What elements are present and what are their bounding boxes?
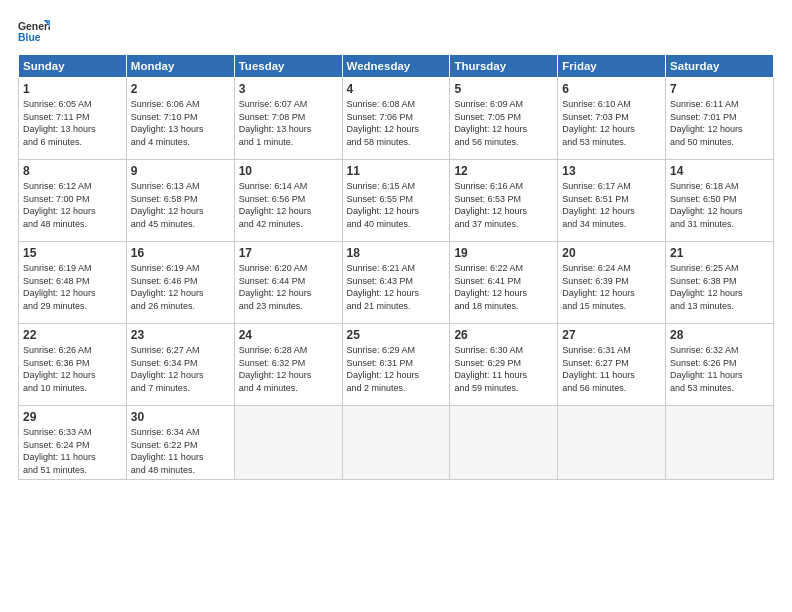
- calendar-cell: 13Sunrise: 6:17 AM Sunset: 6:51 PM Dayli…: [558, 160, 666, 242]
- calendar-cell: 10Sunrise: 6:14 AM Sunset: 6:56 PM Dayli…: [234, 160, 342, 242]
- day-number: 12: [454, 164, 553, 178]
- day-info: Sunrise: 6:06 AM Sunset: 7:10 PM Dayligh…: [131, 98, 230, 148]
- day-info: Sunrise: 6:19 AM Sunset: 6:46 PM Dayligh…: [131, 262, 230, 312]
- day-number: 24: [239, 328, 338, 342]
- calendar-cell: 15Sunrise: 6:19 AM Sunset: 6:48 PM Dayli…: [19, 242, 127, 324]
- day-info: Sunrise: 6:13 AM Sunset: 6:58 PM Dayligh…: [131, 180, 230, 230]
- weekday-header-monday: Monday: [126, 55, 234, 78]
- day-number: 20: [562, 246, 661, 260]
- weekday-header-wednesday: Wednesday: [342, 55, 450, 78]
- logo: General Blue: [18, 18, 50, 46]
- calendar-cell: [666, 406, 774, 480]
- svg-text:General: General: [18, 21, 50, 32]
- calendar-cell: 9Sunrise: 6:13 AM Sunset: 6:58 PM Daylig…: [126, 160, 234, 242]
- day-number: 22: [23, 328, 122, 342]
- day-info: Sunrise: 6:26 AM Sunset: 6:36 PM Dayligh…: [23, 344, 122, 394]
- day-info: Sunrise: 6:31 AM Sunset: 6:27 PM Dayligh…: [562, 344, 661, 394]
- calendar-week-2: 8Sunrise: 6:12 AM Sunset: 7:00 PM Daylig…: [19, 160, 774, 242]
- day-number: 27: [562, 328, 661, 342]
- calendar-cell: 19Sunrise: 6:22 AM Sunset: 6:41 PM Dayli…: [450, 242, 558, 324]
- calendar-cell: 28Sunrise: 6:32 AM Sunset: 6:26 PM Dayli…: [666, 324, 774, 406]
- day-info: Sunrise: 6:21 AM Sunset: 6:43 PM Dayligh…: [347, 262, 446, 312]
- weekday-header-friday: Friday: [558, 55, 666, 78]
- calendar-cell: 1Sunrise: 6:05 AM Sunset: 7:11 PM Daylig…: [19, 78, 127, 160]
- day-info: Sunrise: 6:29 AM Sunset: 6:31 PM Dayligh…: [347, 344, 446, 394]
- day-number: 1: [23, 82, 122, 96]
- calendar-cell: 12Sunrise: 6:16 AM Sunset: 6:53 PM Dayli…: [450, 160, 558, 242]
- day-number: 8: [23, 164, 122, 178]
- day-number: 14: [670, 164, 769, 178]
- calendar-cell: 25Sunrise: 6:29 AM Sunset: 6:31 PM Dayli…: [342, 324, 450, 406]
- day-number: 26: [454, 328, 553, 342]
- day-number: 7: [670, 82, 769, 96]
- day-info: Sunrise: 6:17 AM Sunset: 6:51 PM Dayligh…: [562, 180, 661, 230]
- day-number: 6: [562, 82, 661, 96]
- day-info: Sunrise: 6:32 AM Sunset: 6:26 PM Dayligh…: [670, 344, 769, 394]
- calendar-cell: 6Sunrise: 6:10 AM Sunset: 7:03 PM Daylig…: [558, 78, 666, 160]
- day-number: 29: [23, 410, 122, 424]
- calendar-cell: 7Sunrise: 6:11 AM Sunset: 7:01 PM Daylig…: [666, 78, 774, 160]
- day-info: Sunrise: 6:30 AM Sunset: 6:29 PM Dayligh…: [454, 344, 553, 394]
- calendar-cell: 24Sunrise: 6:28 AM Sunset: 6:32 PM Dayli…: [234, 324, 342, 406]
- day-info: Sunrise: 6:08 AM Sunset: 7:06 PM Dayligh…: [347, 98, 446, 148]
- day-info: Sunrise: 6:05 AM Sunset: 7:11 PM Dayligh…: [23, 98, 122, 148]
- day-number: 19: [454, 246, 553, 260]
- calendar-cell: 3Sunrise: 6:07 AM Sunset: 7:08 PM Daylig…: [234, 78, 342, 160]
- calendar-cell: 16Sunrise: 6:19 AM Sunset: 6:46 PM Dayli…: [126, 242, 234, 324]
- day-number: 5: [454, 82, 553, 96]
- calendar-cell: 11Sunrise: 6:15 AM Sunset: 6:55 PM Dayli…: [342, 160, 450, 242]
- day-number: 18: [347, 246, 446, 260]
- day-info: Sunrise: 6:34 AM Sunset: 6:22 PM Dayligh…: [131, 426, 230, 476]
- day-info: Sunrise: 6:24 AM Sunset: 6:39 PM Dayligh…: [562, 262, 661, 312]
- day-info: Sunrise: 6:18 AM Sunset: 6:50 PM Dayligh…: [670, 180, 769, 230]
- calendar-week-1: 1Sunrise: 6:05 AM Sunset: 7:11 PM Daylig…: [19, 78, 774, 160]
- day-number: 13: [562, 164, 661, 178]
- calendar-cell: 14Sunrise: 6:18 AM Sunset: 6:50 PM Dayli…: [666, 160, 774, 242]
- calendar-cell: 26Sunrise: 6:30 AM Sunset: 6:29 PM Dayli…: [450, 324, 558, 406]
- day-number: 16: [131, 246, 230, 260]
- day-info: Sunrise: 6:11 AM Sunset: 7:01 PM Dayligh…: [670, 98, 769, 148]
- day-number: 4: [347, 82, 446, 96]
- calendar-cell: [342, 406, 450, 480]
- day-number: 17: [239, 246, 338, 260]
- day-info: Sunrise: 6:28 AM Sunset: 6:32 PM Dayligh…: [239, 344, 338, 394]
- calendar-cell: 8Sunrise: 6:12 AM Sunset: 7:00 PM Daylig…: [19, 160, 127, 242]
- weekday-header-sunday: Sunday: [19, 55, 127, 78]
- day-number: 30: [131, 410, 230, 424]
- weekday-header-tuesday: Tuesday: [234, 55, 342, 78]
- weekday-header-saturday: Saturday: [666, 55, 774, 78]
- calendar-cell: [234, 406, 342, 480]
- calendar-week-3: 15Sunrise: 6:19 AM Sunset: 6:48 PM Dayli…: [19, 242, 774, 324]
- calendar-cell: 27Sunrise: 6:31 AM Sunset: 6:27 PM Dayli…: [558, 324, 666, 406]
- page: General Blue SundayMondayTuesdayWednesda…: [0, 0, 792, 612]
- day-number: 21: [670, 246, 769, 260]
- day-number: 25: [347, 328, 446, 342]
- day-info: Sunrise: 6:19 AM Sunset: 6:48 PM Dayligh…: [23, 262, 122, 312]
- calendar-cell: 18Sunrise: 6:21 AM Sunset: 6:43 PM Dayli…: [342, 242, 450, 324]
- day-number: 10: [239, 164, 338, 178]
- day-info: Sunrise: 6:14 AM Sunset: 6:56 PM Dayligh…: [239, 180, 338, 230]
- day-info: Sunrise: 6:20 AM Sunset: 6:44 PM Dayligh…: [239, 262, 338, 312]
- day-number: 23: [131, 328, 230, 342]
- calendar-cell: 21Sunrise: 6:25 AM Sunset: 6:38 PM Dayli…: [666, 242, 774, 324]
- calendar-week-5: 29Sunrise: 6:33 AM Sunset: 6:24 PM Dayli…: [19, 406, 774, 480]
- calendar-cell: [450, 406, 558, 480]
- header: General Blue: [18, 18, 774, 46]
- day-info: Sunrise: 6:27 AM Sunset: 6:34 PM Dayligh…: [131, 344, 230, 394]
- day-number: 11: [347, 164, 446, 178]
- calendar-cell: 2Sunrise: 6:06 AM Sunset: 7:10 PM Daylig…: [126, 78, 234, 160]
- svg-text:Blue: Blue: [18, 32, 41, 43]
- calendar-table: SundayMondayTuesdayWednesdayThursdayFrid…: [18, 54, 774, 480]
- day-number: 28: [670, 328, 769, 342]
- day-number: 2: [131, 82, 230, 96]
- day-info: Sunrise: 6:09 AM Sunset: 7:05 PM Dayligh…: [454, 98, 553, 148]
- calendar-cell: 5Sunrise: 6:09 AM Sunset: 7:05 PM Daylig…: [450, 78, 558, 160]
- calendar-cell: 17Sunrise: 6:20 AM Sunset: 6:44 PM Dayli…: [234, 242, 342, 324]
- calendar-cell: 20Sunrise: 6:24 AM Sunset: 6:39 PM Dayli…: [558, 242, 666, 324]
- calendar-cell: [558, 406, 666, 480]
- day-info: Sunrise: 6:25 AM Sunset: 6:38 PM Dayligh…: [670, 262, 769, 312]
- calendar-cell: 22Sunrise: 6:26 AM Sunset: 6:36 PM Dayli…: [19, 324, 127, 406]
- calendar-week-4: 22Sunrise: 6:26 AM Sunset: 6:36 PM Dayli…: [19, 324, 774, 406]
- weekday-header-thursday: Thursday: [450, 55, 558, 78]
- day-info: Sunrise: 6:15 AM Sunset: 6:55 PM Dayligh…: [347, 180, 446, 230]
